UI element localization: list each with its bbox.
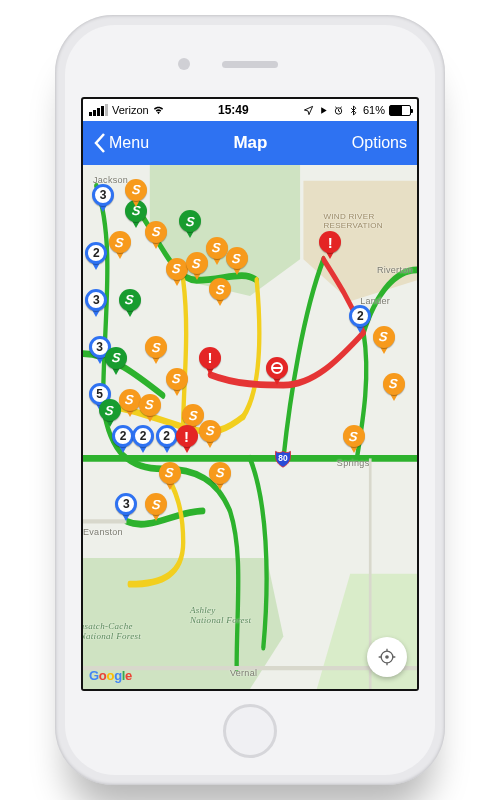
- chevron-left-icon: [93, 133, 107, 153]
- phone-speaker: [222, 61, 278, 68]
- interstate-shield-icon: 80: [273, 448, 293, 468]
- locate-me-button[interactable]: [367, 637, 407, 677]
- home-button[interactable]: [223, 704, 277, 758]
- orange-condition-pin[interactable]: S: [199, 420, 221, 448]
- screen: Verizon 15:49 61% Menu Map Options: [81, 97, 419, 691]
- road-s-icon: S: [185, 214, 195, 229]
- crosshair-icon: [377, 647, 397, 667]
- carrier-label: Verizon: [112, 104, 149, 116]
- options-button[interactable]: Options: [352, 134, 407, 152]
- orange-condition-pin[interactable]: S: [209, 278, 231, 306]
- bluetooth-icon: [348, 105, 359, 116]
- alert-icon: !: [184, 428, 189, 445]
- map-place-label: Vernal: [230, 668, 257, 678]
- map-place-label: Springs: [337, 458, 370, 468]
- wifi-icon: [153, 105, 164, 116]
- road-s-icon: S: [231, 251, 241, 266]
- orange-condition-pin[interactable]: S: [109, 231, 131, 259]
- alarm-icon: [333, 105, 344, 116]
- green-condition-pin[interactable]: S: [105, 347, 127, 375]
- road-s-icon: S: [191, 256, 201, 271]
- green-condition-pin[interactable]: S: [179, 210, 201, 238]
- orange-condition-pin[interactable]: S: [119, 389, 141, 417]
- road-s-icon: S: [171, 371, 181, 386]
- road-s-icon: S: [378, 329, 388, 344]
- orange-condition-pin[interactable]: S: [343, 425, 365, 453]
- app-navbar: Menu Map Options: [83, 121, 417, 165]
- red-condition-pin[interactable]: !: [176, 425, 198, 453]
- cluster-pin[interactable]: 2: [156, 425, 178, 453]
- road-s-icon: S: [131, 182, 141, 197]
- alert-icon: !: [207, 349, 212, 366]
- orange-condition-pin[interactable]: S: [206, 237, 228, 265]
- clock: 15:49: [168, 103, 299, 117]
- phone-bezel: Verizon 15:49 61% Menu Map Options: [65, 25, 435, 775]
- road-s-icon: S: [115, 235, 125, 250]
- road-s-icon: S: [105, 403, 115, 418]
- cluster-pin[interactable]: 2: [349, 305, 371, 333]
- alert-icon: !: [328, 234, 333, 251]
- road-s-icon: S: [205, 423, 215, 438]
- road-s-icon: S: [125, 292, 135, 307]
- cluster-pin[interactable]: 2: [85, 242, 107, 270]
- phone-frame: Verizon 15:49 61% Menu Map Options: [55, 15, 445, 785]
- cell-signal-icon: [89, 104, 108, 116]
- map-place-label: WIND RIVER RESERVATION: [323, 212, 382, 230]
- orange-condition-pin[interactable]: S: [166, 368, 188, 396]
- road-s-icon: S: [211, 240, 221, 255]
- road-s-icon: S: [171, 261, 181, 276]
- orange-condition-pin[interactable]: S: [186, 252, 208, 280]
- battery-pct: 61%: [363, 104, 385, 116]
- road-s-icon: S: [348, 429, 358, 444]
- map-view[interactable]: Google JacksonRivertonLanderSpringsEvans…: [83, 165, 417, 689]
- orange-condition-pin[interactable]: S: [125, 179, 147, 207]
- status-bar: Verizon 15:49 61%: [83, 99, 417, 121]
- cluster-pin[interactable]: 3: [92, 184, 114, 212]
- phone-camera-icon: [178, 58, 190, 70]
- orange-condition-pin[interactable]: S: [383, 373, 405, 401]
- cluster-pin[interactable]: 3: [115, 493, 137, 521]
- map-place-label: Riverton: [377, 265, 413, 275]
- road-s-icon: S: [165, 465, 175, 480]
- road-s-icon: S: [125, 392, 135, 407]
- play-icon: [318, 105, 329, 116]
- orange-condition-pin[interactable]: S: [139, 394, 161, 422]
- green-condition-pin[interactable]: S: [99, 399, 121, 427]
- map-place-label: Ashley National Forest: [190, 605, 251, 625]
- page-title: Map: [149, 133, 352, 153]
- map-place-label: asatch-Cache National Forest: [83, 621, 141, 641]
- google-attribution: Google: [89, 668, 132, 683]
- road-s-icon: S: [151, 224, 161, 239]
- map-place-label: Evanston: [83, 527, 123, 537]
- road-s-icon: S: [215, 465, 225, 480]
- road-s-icon: S: [151, 340, 161, 355]
- red-condition-pin[interactable]: [266, 357, 288, 385]
- orange-condition-pin[interactable]: S: [145, 336, 167, 364]
- no-entry-icon: [271, 362, 283, 374]
- orange-condition-pin[interactable]: S: [226, 247, 248, 275]
- road-s-icon: S: [145, 397, 155, 412]
- red-condition-pin[interactable]: !: [319, 231, 341, 259]
- cluster-pin[interactable]: 2: [132, 425, 154, 453]
- red-condition-pin[interactable]: !: [199, 347, 221, 375]
- orange-condition-pin[interactable]: S: [373, 326, 395, 354]
- road-s-icon: S: [188, 408, 198, 423]
- road-s-icon: S: [111, 350, 121, 365]
- orange-condition-pin[interactable]: S: [209, 462, 231, 490]
- orange-condition-pin[interactable]: S: [145, 221, 167, 249]
- road-s-icon: S: [151, 497, 161, 512]
- cluster-pin[interactable]: 3: [85, 289, 107, 317]
- green-condition-pin[interactable]: S: [119, 289, 141, 317]
- orange-condition-pin[interactable]: S: [159, 462, 181, 490]
- back-button[interactable]: Menu: [93, 133, 149, 153]
- location-services-icon: [303, 105, 314, 116]
- cluster-pin[interactable]: 2: [112, 425, 134, 453]
- battery-icon: [389, 105, 411, 116]
- svg-text:80: 80: [279, 453, 289, 463]
- orange-condition-pin[interactable]: S: [145, 493, 167, 521]
- road-s-icon: S: [388, 376, 398, 391]
- back-label: Menu: [109, 134, 149, 152]
- road-s-icon: S: [215, 282, 225, 297]
- svg-point-2: [385, 655, 389, 659]
- orange-condition-pin[interactable]: S: [166, 258, 188, 286]
